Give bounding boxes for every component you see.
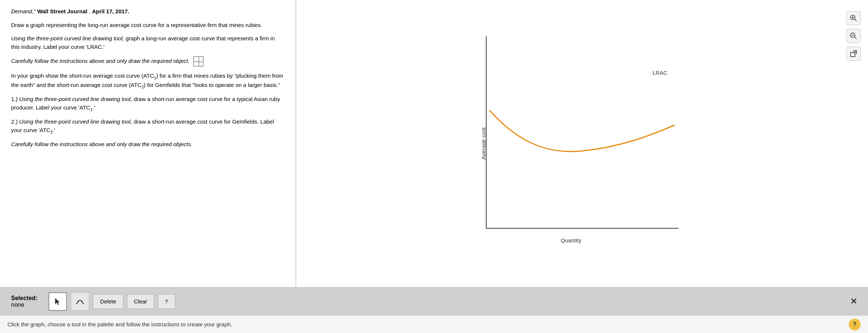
help-button[interactable]: ? [158, 294, 175, 309]
external-link-icon [850, 50, 857, 57]
lrac-curve-svg [486, 36, 678, 229]
curve-tool-button[interactable] [71, 292, 89, 311]
bottom-toolbar: Selected: none Delete Clear ? ✕ [0, 287, 868, 315]
graph-area[interactable]: Average cost Quantity LRAC [464, 36, 678, 251]
paragraph-instruction-1: Draw a graph representing the long-run a… [11, 21, 284, 30]
lrac-curve-path [490, 110, 675, 152]
status-help-button[interactable]: ? [849, 319, 861, 330]
clear-button[interactable]: Clear [127, 294, 154, 309]
svg-line-1 [855, 19, 857, 21]
cursor-tool-button[interactable] [49, 292, 67, 311]
selected-info: Selected: none [11, 295, 37, 308]
right-panel: Average cost Quantity LRAC [296, 0, 868, 287]
grid-icon [193, 56, 204, 67]
svg-marker-9 [55, 298, 60, 305]
zoom-in-button[interactable] [847, 11, 861, 25]
grid-icon-container [191, 58, 204, 64]
curve-icon [76, 297, 84, 306]
zoom-out-button[interactable] [847, 29, 861, 43]
paragraph-tool-instruction-1: Using the three-point curved line drawin… [11, 34, 284, 51]
status-bar: Click the graph, choose a tool in the pa… [0, 315, 868, 333]
paragraph-atc-description: In your graph show the short-run average… [11, 72, 284, 90]
paragraph-citation: Demand," Wall Street Journal , April 17,… [11, 7, 284, 16]
paragraph-tool-atc1: 1.) Using the three-point curved line dr… [11, 95, 284, 112]
external-link-button[interactable] [847, 47, 861, 61]
paragraph-careful-1: Carefully follow the instructions above … [11, 56, 284, 67]
selected-value: none [11, 302, 24, 308]
selected-label: Selected: [11, 295, 37, 302]
status-instruction: Click the graph, choose a tool in the pa… [7, 321, 232, 327]
zoom-out-icon [850, 32, 857, 40]
right-toolbar [847, 11, 861, 61]
paragraph-careful-2: Carefully follow the instructions above … [11, 140, 284, 149]
cursor-icon [54, 297, 62, 306]
zoom-in-icon [850, 14, 857, 22]
paragraph-tool-atc2: 2.) Using the three-point curved line dr… [11, 118, 284, 135]
close-button[interactable]: ✕ [850, 297, 857, 306]
x-axis-label: Quantity [561, 237, 581, 243]
left-panel: Demand," Wall Street Journal , April 17,… [0, 0, 296, 287]
svg-line-5 [855, 37, 857, 39]
delete-button[interactable]: Delete [93, 294, 123, 309]
